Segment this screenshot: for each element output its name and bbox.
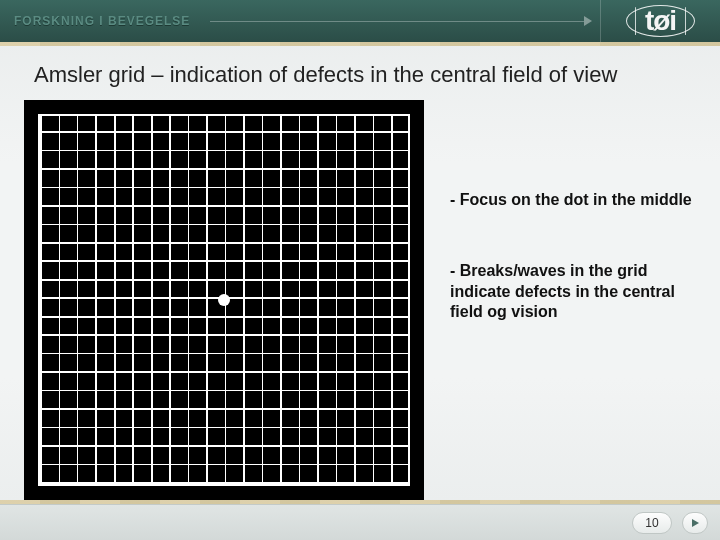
play-icon — [690, 518, 700, 528]
instruction-item: - Breaks/waves in the grid indicate defe… — [450, 261, 700, 323]
header-arrow-decoration — [190, 16, 592, 26]
accent-strip-top — [0, 42, 720, 46]
svg-marker-0 — [692, 519, 699, 527]
page-number: 10 — [632, 512, 672, 534]
instruction-list: - Focus on the dot in the middle - Break… — [450, 190, 700, 373]
slide-title: Amsler grid – indication of defects in t… — [34, 62, 700, 88]
amsler-grid-figure — [24, 100, 424, 500]
amsler-grid — [38, 114, 410, 486]
logo: tøi — [600, 0, 720, 42]
header-tagline: FORSKNING I BEVEGELSE — [14, 14, 190, 28]
next-slide-button[interactable] — [682, 512, 708, 534]
amsler-center-dot — [218, 294, 230, 306]
instruction-item: - Focus on the dot in the middle — [450, 190, 700, 211]
slide-footer: 10 — [0, 504, 720, 540]
logo-text: tøi — [639, 5, 682, 37]
slide-header: FORSKNING I BEVEGELSE tøi — [0, 0, 720, 42]
